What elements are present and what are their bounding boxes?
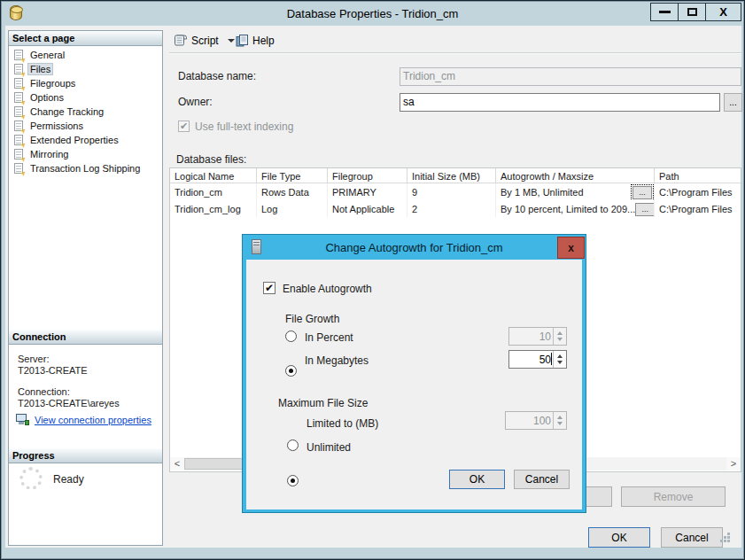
dialog-ok-button[interactable]: OK [449, 470, 505, 489]
server-value: T2013-CREATE [18, 365, 88, 376]
maximize-icon [687, 8, 697, 16]
col-autogrowth[interactable]: Autogrowth / Maxsize [496, 168, 655, 183]
ok-button[interactable]: OK [588, 527, 650, 548]
col-path[interactable]: Path [655, 168, 741, 183]
spin-down-icon[interactable] [557, 361, 563, 364]
sidebar: Select a page General Files Filegroups O… [8, 30, 163, 546]
cancel-button[interactable]: Cancel [661, 527, 723, 548]
maximum-file-size-label: Maximum File Size [278, 397, 368, 409]
in-megabytes-radio[interactable] [285, 365, 297, 377]
page-icon [14, 106, 23, 117]
enable-autogrowth-label: Enable Autogrowth [283, 283, 372, 295]
unlimited-label: Unlimited [307, 441, 351, 454]
fulltext-label: Use full-text indexing [195, 121, 293, 133]
sidebar-item-general[interactable]: General [11, 48, 159, 62]
connection-properties-icon [16, 414, 29, 425]
progress-status: Ready [53, 473, 84, 486]
enable-autogrowth-checkbox[interactable]: ✔ [263, 282, 275, 294]
col-initial-size[interactable]: Initial Size (MB) [407, 168, 496, 183]
script-icon [174, 35, 188, 47]
dialog-title: Change Autogrowth for Tridion_cm [243, 241, 586, 254]
change-autogrowth-dialog: Change Autogrowth for Tridion_cm x ✔ Ena… [242, 234, 586, 513]
database-properties-window: Database Properties - Tridion_cm X Selec… [0, 0, 745, 560]
server-label: Server: [18, 354, 49, 364]
in-percent-radio[interactable] [285, 331, 297, 342]
dialog-close-button[interactable]: x [557, 237, 585, 259]
limited-to-radio[interactable] [287, 439, 299, 451]
dialog-cancel-button[interactable]: Cancel [514, 470, 570, 489]
in-megabytes-spinner[interactable]: 50 [508, 350, 567, 369]
in-percent-spinner: 10 [508, 327, 567, 346]
text-caret [551, 353, 552, 365]
maximize-button[interactable] [678, 3, 706, 21]
page-icon [14, 163, 23, 174]
spin-up-icon [557, 331, 563, 335]
select-a-page-header: Select a page [9, 31, 162, 46]
close-button[interactable]: X [705, 3, 741, 21]
owner-field[interactable]: sa [400, 93, 720, 112]
connection-value: T2013-CREATE\areyes [18, 398, 120, 408]
close-icon: X [719, 5, 727, 19]
connection-label: Connection: [18, 386, 70, 397]
minimize-icon [659, 11, 671, 13]
sidebar-item-options[interactable]: Options [11, 90, 159, 105]
progress-header: Progress [9, 448, 162, 463]
file-growth-label: File Growth [285, 313, 339, 325]
minimize-button[interactable] [650, 3, 679, 21]
table-row-tridion-cm-log[interactable]: Tridion_cm_log Log Not Applicable 2 By 1… [170, 200, 741, 217]
spin-up-icon[interactable] [557, 354, 563, 358]
connection-header: Connection [9, 330, 162, 345]
window-title: Database Properties - Tridion_cm [1, 7, 744, 20]
progress-spinner-icon [19, 467, 43, 490]
autogrowth-browse-button[interactable]: ... [635, 203, 655, 216]
scroll-left-icon[interactable]: < [170, 457, 184, 471]
spin-up-icon [557, 416, 563, 419]
scroll-right-icon[interactable]: > [726, 457, 741, 471]
table-row-tridion-cm[interactable]: Tridion_cm Rows Data PRIMARY 9 By 1 MB, … [170, 183, 741, 200]
page-icon [14, 92, 23, 103]
page-icon [14, 78, 23, 89]
help-button[interactable]: Help [232, 31, 278, 51]
database-name-field: Tridion_cm [400, 67, 741, 86]
database-files-label: Database files: [176, 153, 246, 166]
toolbar-separator [169, 52, 741, 54]
help-icon [236, 35, 249, 47]
sidebar-item-transaction-log-shipping[interactable]: Transaction Log Shipping [11, 161, 159, 175]
in-percent-label: In Percent [305, 331, 353, 344]
col-logical-name[interactable]: Logical Name [170, 168, 257, 183]
fulltext-checkbox: ✔ [178, 121, 190, 132]
page-icon [14, 135, 23, 145]
page-icon [14, 50, 23, 60]
sidebar-item-change-tracking[interactable]: Change Tracking [11, 105, 159, 119]
col-file-type[interactable]: File Type [257, 168, 328, 183]
scrollbar-thumb[interactable] [184, 458, 248, 470]
owner-label: Owner: [178, 96, 213, 108]
limited-to-spinner: 100 [505, 411, 567, 430]
page-icon [14, 121, 23, 131]
script-button[interactable]: Script [170, 31, 238, 51]
in-megabytes-label: In Megabytes [305, 354, 369, 367]
table-header-row: Logical Name File Type Filegroup Initial… [170, 168, 741, 183]
limited-to-label: Limited to (MB) [307, 417, 378, 430]
spin-down-icon [557, 338, 563, 341]
view-connection-properties[interactable]: View connection properties [16, 414, 151, 425]
page-icon [14, 149, 23, 159]
sidebar-item-mirroring[interactable]: Mirroring [11, 147, 159, 161]
resize-grip[interactable] [720, 540, 723, 542]
sidebar-item-extended-properties[interactable]: Extended Properties [11, 133, 159, 147]
spin-down-icon [557, 422, 563, 425]
page-icon [14, 64, 23, 74]
sidebar-item-files[interactable]: Files [11, 62, 159, 76]
owner-browse-button[interactable]: ... [724, 93, 742, 112]
sidebar-item-permissions[interactable]: Permissions [11, 119, 159, 133]
unlimited-radio[interactable] [287, 475, 299, 486]
view-connection-properties-link[interactable]: View connection properties [35, 415, 151, 425]
remove-button: Remove [621, 486, 726, 507]
database-name-label: Database name: [178, 70, 256, 82]
autogrowth-browse-button[interactable]: ... [632, 186, 652, 199]
col-filegroup[interactable]: Filegroup [328, 168, 407, 183]
dialog-close-icon: x [568, 242, 574, 254]
sidebar-item-filegroups[interactable]: Filegroups [11, 76, 159, 90]
